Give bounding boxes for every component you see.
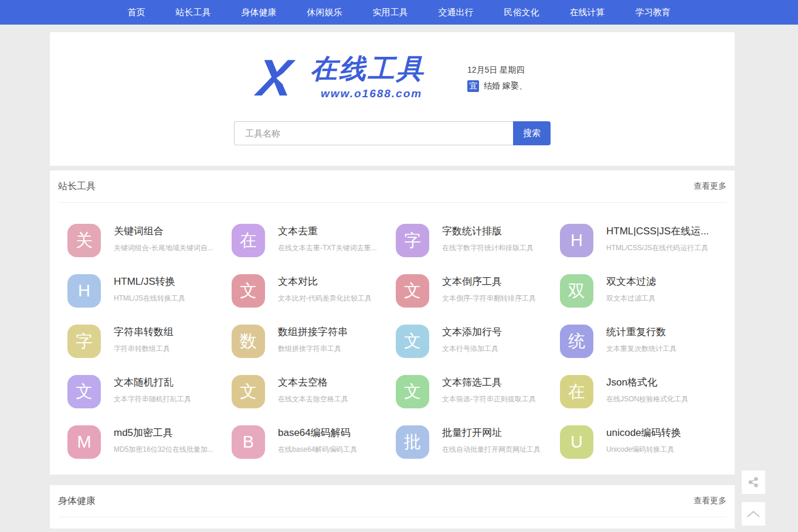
tool-desc: 文本字符串随机打乱工具 (114, 394, 191, 404)
share-button[interactable] (742, 470, 765, 494)
search-input[interactable] (234, 121, 513, 145)
tool-icon-letter: M (77, 432, 91, 452)
tool-desc: 在线文本去除空格工具 (278, 394, 348, 404)
tool-desc: 在线文本去重-TXT关键词去重... (278, 243, 377, 253)
tool-icon: 文 (67, 375, 101, 408)
tool-title: 文本随机打乱 (114, 376, 191, 390)
tool-desc: 双文本过滤工具 (606, 294, 656, 303)
tool-title: 文本对比 (278, 275, 372, 289)
tool-icon: 关 (67, 224, 101, 257)
logo-x-icon: X (257, 53, 307, 104)
tool-icon: B (232, 425, 265, 459)
tool-desc: Unicode编码转换工具 (606, 445, 681, 455)
site-logo[interactable]: X 在线工具 www.o1688.com (257, 53, 425, 104)
tool-icon-letter: 双 (568, 279, 585, 303)
tool-icon-letter: 字 (404, 229, 421, 253)
nav-item[interactable]: 身体健康 (239, 7, 279, 18)
tool-item[interactable]: 数 数组拼接字符串 数组拼接字符串工具 (232, 325, 396, 358)
tool-item[interactable]: 文 文本筛选工具 文本筛选-字符串正则提取工具 (396, 375, 560, 408)
tool-desc: 字符串转数组工具 (114, 344, 174, 354)
tool-item[interactable]: B base64编码解码 在线base64解码编码工具 (232, 425, 396, 459)
tool-icon: 批 (396, 425, 429, 459)
tool-item[interactable]: U unicode编码转换 Unicode编码转换工具 (560, 425, 724, 459)
tool-title: HTML|CSS|JS在线运... (606, 224, 709, 238)
tool-icon: 在 (232, 224, 265, 257)
tool-icon-letter: 数 (240, 330, 257, 353)
nav-item[interactable]: 休闲娱乐 (305, 7, 345, 18)
tool-title: 文本去重 (278, 224, 377, 238)
tool-icon: 字 (67, 325, 101, 358)
almanac-text: 结婚 嫁娶、 (484, 81, 527, 91)
tool-icon-letter: B (243, 432, 254, 452)
tool-desc: 文本倒序-字符串翻转排序工具 (442, 294, 536, 303)
nav-item[interactable]: 首页 (125, 7, 148, 18)
tool-icon-letter: 在 (240, 229, 257, 253)
tool-desc: 数组拼接字符串工具 (278, 344, 348, 354)
tool-item[interactable]: 统 统计重复行数 文本重复次数统计工具 (560, 325, 724, 358)
tool-desc: 文本比对-代码差异化比较工具 (278, 294, 372, 303)
tool-icon: 字 (396, 224, 429, 257)
tool-item[interactable]: 字 字数统计排版 在线字数字符统计和排版工具 (396, 224, 560, 257)
logo-title: 在线工具 (310, 53, 425, 84)
tool-icon: 文 (396, 375, 429, 408)
tool-icon: 在 (560, 375, 593, 408)
tool-title: unicode编码转换 (606, 426, 681, 440)
tool-item[interactable]: 文 文本对比 文本比对-代码差异化比较工具 (232, 274, 396, 308)
tool-item[interactable]: M md5加密工具 MD5加密16位32位在线批量加... (67, 425, 232, 459)
share-icon (747, 476, 760, 489)
tool-item[interactable]: 文 文本去空格 在线文本去除空格工具 (232, 375, 396, 408)
tools-grid: 关 关键词组合 关键词组合-长尾地域关键词自... 在 文本去重 在线文本去重-… (50, 203, 735, 459)
tool-item[interactable]: 文 文本添加行号 文本行号添加工具 (396, 325, 560, 358)
tool-item[interactable]: 在 Json格式化 在线JSON校验格式化工具 (560, 375, 724, 408)
date-text: 12月5日 星期四 (467, 65, 527, 76)
tool-title: md5加密工具 (114, 426, 213, 440)
tool-item[interactable]: H HTML/JS转换 HTML/JS在线转换工具 (67, 274, 232, 308)
tool-icon: 文 (396, 274, 429, 308)
tool-icon: 统 (560, 325, 593, 358)
tool-title: Json格式化 (606, 376, 688, 390)
tool-icon: 数 (232, 325, 265, 358)
tool-item[interactable]: 关 关键词组合 关键词组合-长尾地域关键词自... (67, 224, 232, 257)
tool-item[interactable]: 在 文本去重 在线文本去重-TXT关键词去重... (232, 224, 396, 257)
nav-item[interactable]: 交通出行 (436, 7, 476, 18)
tool-icon-letter: 批 (404, 431, 421, 454)
tool-item[interactable]: H HTML|CSS|JS在线运... HTML/CSS/JS在线代码运行工具 (560, 224, 724, 257)
section-title: 站长工具 (58, 180, 96, 193)
nav-item[interactable]: 站长工具 (174, 7, 213, 18)
tool-icon-letter: 字 (76, 330, 93, 353)
back-to-top-button[interactable] (742, 502, 765, 526)
tool-icon-letter: 文 (404, 330, 421, 353)
tool-title: 统计重复行数 (606, 325, 677, 339)
tool-icon-letter: 文 (240, 380, 257, 404)
tool-icon-letter: 关 (76, 229, 93, 253)
tool-icon-letter: 文 (404, 380, 421, 404)
tool-item[interactable]: 字 字符串转数组 字符串转数组工具 (67, 325, 232, 358)
nav-item[interactable]: 学习教育 (633, 7, 673, 18)
tool-title: 文本倒序工具 (442, 275, 536, 289)
view-more-link[interactable]: 查看更多 (694, 496, 726, 506)
nav-item[interactable]: 在线计算 (568, 7, 607, 18)
tool-item[interactable]: 双 双文本过滤 双文本过滤工具 (560, 274, 724, 308)
almanac-panel: 12月5日 星期四 宜 结婚 嫁娶、 (467, 65, 527, 92)
nav-item[interactable]: 实用工具 (371, 7, 410, 18)
view-more-link[interactable]: 查看更多 (694, 181, 726, 192)
tool-icon: H (67, 274, 101, 308)
nav-item[interactable]: 民俗文化 (502, 7, 542, 18)
tool-title: 文本筛选工具 (442, 376, 536, 390)
tool-desc: 文本重复次数统计工具 (606, 344, 677, 354)
tool-title: 文本去空格 (278, 376, 348, 390)
tool-item[interactable]: 文 文本随机打乱 文本字符串随机打乱工具 (67, 375, 232, 408)
section-title: 身体健康 (58, 495, 96, 507)
tool-title: 字符串转数组 (114, 325, 174, 339)
tool-title: 批量打开网址 (442, 426, 541, 440)
tool-icon: U (560, 425, 593, 459)
tool-item[interactable]: 批 批量打开网址 在线自动批量打开网页网址工具 (396, 425, 560, 459)
section-webmaster-tools: 站长工具 查看更多 关 关键词组合 关键词组合-长尾地域关键词自... 在 文本… (50, 170, 735, 475)
tool-icon-letter: U (571, 432, 583, 452)
search-button[interactable]: 搜索 (513, 121, 551, 145)
tool-icon-letter: H (571, 231, 583, 250)
tool-desc: HTML/JS在线转换工具 (114, 294, 185, 303)
tool-item[interactable]: 文 文本倒序工具 文本倒序-字符串翻转排序工具 (396, 274, 560, 308)
tool-desc: HTML/CSS/JS在线代码运行工具 (606, 243, 709, 253)
tool-desc: 在线base64解码编码工具 (278, 445, 357, 455)
